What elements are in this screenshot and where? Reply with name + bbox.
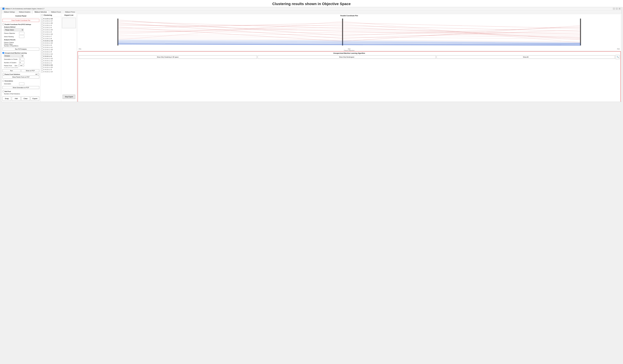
cluster-item-checkbox[interactable] xyxy=(41,46,43,48)
cluster-list-item[interactable]: C 1 | G 1 | i 8 xyxy=(40,37,61,40)
generations-label: Generations xyxy=(5,80,13,82)
kmeans-select[interactable]: Kmeans xyxy=(4,55,23,57)
show-on-pcp-button[interactable]: Show on PCP xyxy=(21,69,39,72)
cluster-list-item[interactable]: C 1 | G 1 | i 20 xyxy=(40,22,61,24)
cluster-3d-svg: Cluster 1 Cluster 2 Cluster 3 Cluster 4 xyxy=(79,60,620,102)
window-controls[interactable]: — □ ✕ xyxy=(613,8,621,10)
show-pareto-front-button[interactable]: Show Pareto Front on PCP xyxy=(2,76,39,79)
cluster-item-checkbox[interactable] xyxy=(41,27,43,28)
cluster-list-item[interactable]: C 2 | G 1 | i 10 xyxy=(40,42,61,44)
svg-line-42 xyxy=(343,45,580,45)
export-scroll-area[interactable] xyxy=(62,18,76,28)
cluster-list-item[interactable]: C 1 | G 1 | i 4 xyxy=(40,24,61,26)
cluster-item-checkbox[interactable] xyxy=(41,44,43,46)
cluster-list-item[interactable]: C 4 | G 1 | i 3 xyxy=(40,68,61,70)
unsupervised-ml-checkbox[interactable] xyxy=(2,52,4,54)
cluster-list-item[interactable]: C 4 | G 1 | i 14 xyxy=(40,70,61,73)
snap-button[interactable]: Snap xyxy=(2,96,11,101)
tab-wallacei-analytics[interactable]: Wallacei Analytics xyxy=(17,11,32,13)
cluster-item-checkbox[interactable] xyxy=(41,36,43,37)
show-all-button[interactable]: Show All xyxy=(437,55,615,59)
run-row: Run Show on PCP xyxy=(2,69,39,72)
cluster-item-checkbox[interactable] xyxy=(41,42,43,44)
pareto-solutions-all-checkbox[interactable] xyxy=(38,73,39,75)
cluster-item-checkbox[interactable] xyxy=(41,53,43,55)
cluster-item-checkbox[interactable] xyxy=(41,55,43,57)
cluster-list-item[interactable]: C 4 | G 1 | i 21 xyxy=(40,64,61,66)
cluster-list-item[interactable]: C 2 | G 1 | i 18 xyxy=(40,48,61,51)
cluster-item-checkbox[interactable] xyxy=(41,24,43,26)
cluster-item-checkbox[interactable] xyxy=(41,38,43,39)
cluster-item-checkbox[interactable] xyxy=(41,64,43,66)
cluster-item-checkbox[interactable] xyxy=(41,58,43,59)
cluster-item-checkbox[interactable] xyxy=(41,69,43,70)
generation-to-cluster-input[interactable] xyxy=(19,58,24,61)
cluster-list-item[interactable]: C 2 | G 1 | i 12 xyxy=(40,53,61,55)
generations-checkbox[interactable] xyxy=(2,80,4,82)
minimize-button[interactable]: — xyxy=(613,8,615,10)
cluster-list-item[interactable]: C 2 | G 1 | i 9 xyxy=(40,51,61,53)
show-generation-button[interactable]: Show Generation on PCP xyxy=(2,86,39,89)
generation-input[interactable] xyxy=(19,83,24,85)
show-clustering-3d-button[interactable]: Show Only Clustering in 3D space xyxy=(79,55,257,59)
cluster-list-item[interactable]: C 1 | G 1 | i 0 xyxy=(40,31,61,33)
cluster-list-item[interactable]: C 1 | G 1 | i 5 xyxy=(40,26,61,29)
cluster-list-item[interactable]: C 1 | G 1 | i 23 xyxy=(40,29,61,31)
pcp-settings-header: Parallel Coordinate Plot (PCP) Settings xyxy=(2,23,39,25)
cluster-item-checkbox[interactable] xyxy=(41,22,43,24)
cluster-list-item[interactable]: C 1 | G 1 | i 7 xyxy=(40,35,61,37)
run-pcp-button[interactable]: Run PCP Analysis xyxy=(2,48,39,50)
pcp-settings-checkbox[interactable] xyxy=(2,23,4,25)
stop-export-button[interactable]: Stop Export xyxy=(63,95,75,99)
clustering-header-checkbox[interactable] xyxy=(41,14,43,16)
cluster-list-item[interactable]: C 3 | G 1 | i 2 xyxy=(40,55,61,57)
show-dendrogram-button[interactable]: Show Only Dendrogram xyxy=(258,55,436,59)
tab-wallacei-primer[interactable]: Wallacei Primer xyxy=(63,11,77,13)
cluster-list-item[interactable]: C 1 | G 1 | i 22 xyxy=(40,18,61,20)
cluster-list-item[interactable]: C 1 | G 1 | i 17 xyxy=(40,20,61,22)
cluster-list-item[interactable]: C 1 | G 1 | i 19 xyxy=(40,33,61,35)
cluster-list-item[interactable]: C 2 | G 1 | i 16 xyxy=(40,40,61,42)
cluster-item-label: C 1 | G 1 | i 17 xyxy=(44,20,53,22)
tab-wallacei-selection[interactable]: Wallacei Selection xyxy=(33,11,49,13)
cluster-item-checkbox[interactable] xyxy=(41,51,43,53)
cluster-item-checkbox[interactable] xyxy=(41,31,43,33)
tab-wallacei-forum[interactable]: Wallacei Forum xyxy=(49,11,63,13)
cluster-item-checkbox[interactable] xyxy=(41,60,43,62)
cluster-list-item[interactable]: C 3 | G 1 | i 15 xyxy=(40,60,61,62)
cluster-item-checkbox[interactable] xyxy=(41,18,43,20)
cluster-list-item[interactable]: C 3 | G 1 | i 13 xyxy=(40,57,61,60)
add-button[interactable]: Add xyxy=(12,96,21,101)
export-button[interactable]: Export xyxy=(31,96,39,101)
close-button[interactable]: ✕ xyxy=(619,8,621,10)
cluster-list-item[interactable]: C 2 | G 1 | i 6 xyxy=(40,44,61,46)
null-solutions-row: Number of Null Solutions: xyxy=(4,93,39,95)
cluster-list-item[interactable]: C 4 | G 1 | i 24 xyxy=(40,66,61,68)
cluster-item-checkbox[interactable] xyxy=(41,71,43,72)
pareto-gen-checkbox[interactable] xyxy=(18,65,20,66)
null-pool-checkbox[interactable] xyxy=(2,90,4,92)
pareto-solutions-checkbox[interactable] xyxy=(2,73,4,75)
pareto-all-checkbox[interactable] xyxy=(22,65,24,66)
cluster-list-item[interactable]: C 3 | G 1 | i 1 xyxy=(40,62,61,64)
cluster-item-checkbox[interactable] xyxy=(41,49,43,50)
fitness-objective-input[interactable] xyxy=(19,32,24,35)
clustering-header: Clustering xyxy=(44,14,52,16)
select-ranking-input[interactable] xyxy=(19,35,24,38)
draw-pcp-button[interactable]: Draw Parallel Coordinate Plot xyxy=(2,19,39,22)
num-clusters-input[interactable] xyxy=(19,61,24,64)
maximize-button[interactable]: □ xyxy=(616,8,618,10)
middle-panel: Clustering Export List C 1 | G 1 | i 22C… xyxy=(40,13,77,102)
cluster-item-checkbox[interactable] xyxy=(41,20,43,22)
cluster-list-item[interactable]: C 2 | G 1 | i 11 xyxy=(40,46,61,48)
cluster-item-checkbox[interactable] xyxy=(41,29,43,31)
analysis-method-select[interactable]: Please Select xyxy=(4,29,23,31)
search-button[interactable]: 🔍 xyxy=(616,55,620,59)
cluster-item-checkbox[interactable] xyxy=(41,62,43,64)
tab-wallacei-settings[interactable]: Wallacei Settings xyxy=(2,11,17,13)
run-button[interactable]: Run xyxy=(2,69,21,72)
cluster-item-checkbox[interactable] xyxy=(41,66,43,68)
clear-button[interactable]: Clear xyxy=(21,96,30,101)
cluster-item-checkbox[interactable] xyxy=(41,33,43,35)
cluster-item-checkbox[interactable] xyxy=(41,40,43,42)
